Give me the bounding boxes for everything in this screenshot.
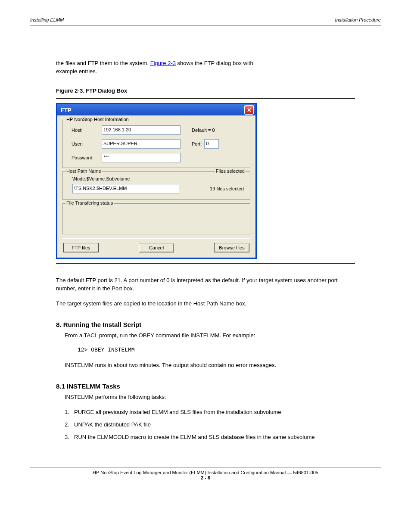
path-hint: \Node.$Volume.Subvolume	[72, 176, 246, 181]
host-input[interactable]: 192.168.1.20	[102, 125, 181, 135]
paragraph-tasks: INSTELMM performs the following tasks:	[65, 393, 355, 401]
paragraph-run-obey: From a TACL prompt, run the OBEY command…	[65, 332, 355, 340]
figure-rule-top	[56, 98, 355, 99]
host-info-legend: HP NonStop Host Information	[65, 117, 130, 122]
figure-caption: Figure 2-3. FTP Dialog Box	[56, 87, 381, 94]
paragraph-instelmm-runs: INSTELMM runs in about two minutes. The …	[65, 361, 355, 370]
footer-doc-title: HP NonStop Event Log Manager and Monitor…	[93, 470, 318, 475]
path-input[interactable]: \TSINSK2.$HDEV.ELMM	[72, 184, 179, 193]
section-8-1-heading: 8.1 INSTELMM Tasks	[56, 383, 355, 390]
footer: HP NonStop Event Log Manager and Monitor…	[0, 467, 411, 498]
header-rule	[30, 25, 381, 25]
port-input[interactable]: 0	[204, 139, 219, 149]
header-right: Installation Procedure	[335, 17, 381, 22]
password-input[interactable]: ***	[102, 153, 181, 162]
figure-rule-bottom	[56, 263, 355, 264]
list-item: 2. UNPAK the distributed PAK file	[65, 421, 355, 429]
password-label: Password:	[67, 155, 102, 160]
status-group: File Transfering status	[62, 203, 250, 234]
user-input[interactable]: SUPER.SUPER	[102, 139, 181, 149]
default-label: Default = 0	[192, 128, 215, 133]
close-icon: ✕	[247, 107, 252, 113]
separator	[62, 238, 250, 239]
host-label: Host:	[67, 128, 102, 133]
path-group: Host Path Name Files selected \Node.$Vol…	[62, 171, 250, 200]
cancel-button[interactable]: Cancel	[139, 243, 174, 252]
code-example: 12> OBEY INSTELMM	[78, 346, 355, 355]
list-item: 3. RUN the ELMMCOLD macro to create the …	[65, 433, 355, 442]
dialog-title: FTP	[61, 107, 72, 113]
host-info-group: HP NonStop Host Information Host: 192.16…	[62, 120, 250, 168]
header-left: Installing ELMM	[30, 17, 64, 22]
files-selected-text: 19 files selected	[210, 186, 244, 191]
intro-line-1: the files and FTP them to the system. Fi…	[56, 60, 381, 66]
titlebar: FTP ✕	[57, 104, 255, 115]
task-list: 1. PURGE all previously installed ELMM a…	[65, 408, 355, 442]
section-8-heading: 8. Running the Install Script	[56, 321, 355, 328]
footer-page-num: 2 - 6	[201, 475, 210, 480]
close-button[interactable]: ✕	[244, 105, 254, 115]
paragraph-copied: The target system files are copied to th…	[56, 300, 355, 308]
ftp-dialog: FTP ✕ HP NonStop Host Information Host: …	[56, 103, 257, 259]
browse-files-button[interactable]: Browse files	[214, 243, 249, 252]
intro-line-2: example entries.	[56, 68, 381, 75]
ftp-files-button[interactable]: FTP files	[63, 243, 99, 252]
paragraph-port: The default FTP port is 21. A port numbe…	[56, 277, 355, 293]
list-item: 1. PURGE all previously installed ELMM a…	[65, 408, 355, 417]
port-label: Port:	[192, 141, 202, 146]
user-label: User:	[67, 141, 102, 146]
files-selected-legend: Files selected	[215, 168, 246, 174]
path-legend: Host Path Name	[65, 168, 102, 174]
status-legend: File Transfering status	[65, 200, 114, 205]
figure-link[interactable]: Figure 2-3	[150, 60, 176, 66]
